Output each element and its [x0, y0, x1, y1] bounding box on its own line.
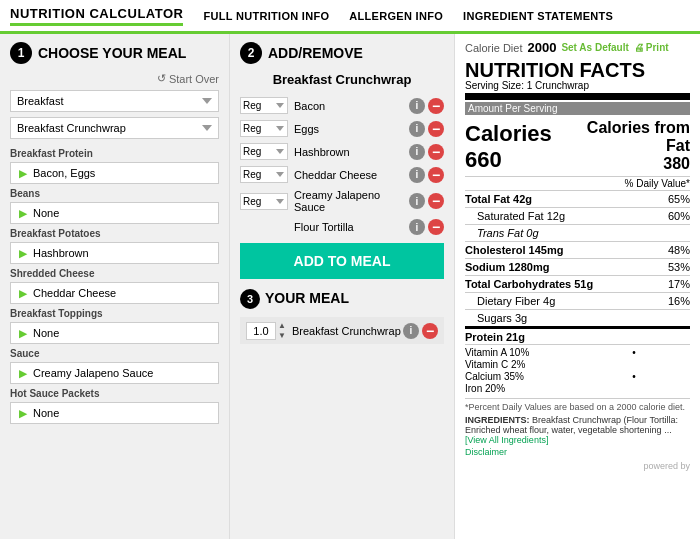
cheese-arrow-icon: ▶ [19, 288, 27, 299]
sodium-label: Sodium 1280mg [465, 261, 549, 273]
sodium-row: Sodium 1280mg 53% [465, 260, 690, 274]
jalapeno-remove-btn[interactable]: − [428, 193, 444, 209]
sodium-pct: 53% [668, 261, 690, 273]
start-over-btn[interactable]: ↺ Start Over [10, 72, 219, 85]
item-row-cheddar: Reg Cheddar Cheese i − [240, 166, 444, 183]
view-all-ingredients-link[interactable]: [View All Ingredients] [465, 435, 548, 445]
hashbrown-name: Hashbrown [294, 146, 409, 158]
calories-row: Calories 660 Calories from Fat 380 [465, 117, 690, 175]
jalapeno-size-select[interactable]: Reg [240, 193, 288, 210]
cholesterol-row: Cholesterol 145mg 48% [465, 243, 690, 257]
toppings-label: Breakfast Toppings [10, 308, 219, 319]
eggs-info-btn[interactable]: i [409, 121, 425, 137]
hashbrown-size-select[interactable]: Reg [240, 143, 288, 160]
hot-sauce-label: Hot Sauce Packets [10, 388, 219, 399]
sat-fat-row: Saturated Fat 12g 60% [465, 209, 690, 223]
qty-input[interactable] [246, 322, 276, 340]
med-divider [465, 326, 690, 329]
calorie-value[interactable]: 2000 [527, 40, 556, 55]
nav-ingredient[interactable]: INGREDIENT STATEMENTS [463, 10, 613, 22]
print-btn[interactable]: 🖨 Print [634, 42, 669, 53]
sugars-label: Sugars 3g [477, 312, 527, 324]
cheese-label: Shredded Cheese [10, 268, 219, 279]
hot-sauce-arrow-icon: ▶ [19, 408, 27, 419]
main-layout: 1 CHOOSE YOUR MEAL ↺ Start Over Breakfas… [0, 34, 700, 539]
sat-fat-pct: 60% [668, 210, 690, 222]
bacon-info-btn[interactable]: i [409, 98, 425, 114]
protein-row: Protein 21g [465, 330, 690, 344]
cholesterol-pct: 48% [668, 244, 690, 256]
item-row-bacon: Reg Bacon i − [240, 97, 444, 114]
trans-fat-row: Trans Fat 0g [465, 226, 690, 240]
tortilla-info-btn[interactable]: i [409, 219, 425, 235]
calorie-diet-label: Calorie Diet [465, 42, 522, 54]
add-remove-header: 2 ADD/REMOVE [240, 42, 444, 64]
hashbrown-remove-btn[interactable]: − [428, 144, 444, 160]
mid-meal-title: Breakfast Crunchwrap [240, 72, 444, 87]
sat-fat-label: Saturated Fat 12g [477, 210, 565, 222]
cheddar-size-select[interactable]: Reg [240, 166, 288, 183]
meal-item-select[interactable]: Breakfast Crunchwrap [10, 117, 219, 139]
calories-main: Calories 660 [465, 121, 575, 173]
potatoes-box: ▶ Hashbrown [10, 242, 219, 264]
trans-fat-label: Trans Fat 0g [477, 227, 539, 239]
mid-panel: 2 ADD/REMOVE Breakfast Crunchwrap Reg Ba… [230, 34, 455, 539]
eggs-size-select[interactable]: Reg [240, 120, 288, 137]
toppings-box: ▶ None [10, 322, 219, 344]
refresh-icon: ↺ [157, 72, 166, 85]
hot-sauce-box: ▶ None [10, 402, 219, 424]
cheddar-remove-btn[interactable]: − [428, 167, 444, 183]
protein-label: Breakfast Protein [10, 148, 219, 159]
your-meal-remove-btn[interactable]: − [422, 323, 438, 339]
total-fat-row: Total Fat 42g 65% [465, 192, 690, 206]
thin-divider-3 [465, 207, 690, 208]
your-meal-item-name: Breakfast Crunchwrap [292, 325, 403, 337]
cheddar-info-btn[interactable]: i [409, 167, 425, 183]
calcium-sep: • [578, 371, 690, 382]
set-default-btn[interactable]: Set As Default [561, 42, 628, 53]
total-fat-pct: 65% [668, 193, 690, 205]
nav-allergen[interactable]: ALLERGEN INFO [349, 10, 443, 22]
sauce-value: Creamy Jalapeno Sauce [33, 367, 153, 379]
potatoes-value: Hashbrown [33, 247, 89, 259]
eggs-remove-btn[interactable]: − [428, 121, 444, 137]
item-row-eggs: Reg Eggs i − [240, 120, 444, 137]
nutrition-facts-title: NUTRITION FACTS [465, 60, 690, 80]
potatoes-arrow-icon: ▶ [19, 248, 27, 259]
item-row-hashbrown: Reg Hashbrown i − [240, 143, 444, 160]
beans-box: ▶ None [10, 202, 219, 224]
fiber-label: Dietary Fiber 4g [477, 295, 555, 307]
hashbrown-info-btn[interactable]: i [409, 144, 425, 160]
protein-box: ▶ Bacon, Eggs [10, 162, 219, 184]
tortilla-remove-btn[interactable]: − [428, 219, 444, 235]
your-meal-info-btn[interactable]: i [403, 323, 419, 339]
qty-up-arrow[interactable]: ▲ [278, 321, 286, 331]
cal-from-fat-label: Calories from Fat [575, 119, 690, 155]
thin-divider-9 [465, 309, 690, 310]
powered-by: powered by [465, 461, 690, 471]
step-3-num: 3 [240, 289, 260, 309]
protein-value: Bacon, Eggs [33, 167, 95, 179]
brand-title: NUTRITION CALCULATOR [10, 6, 183, 26]
bacon-size-select[interactable]: Reg [240, 97, 288, 114]
vit-c-label: Vitamin C 2% [465, 359, 577, 370]
serving-size: Serving Size: 1 Crunchwrap [465, 80, 690, 91]
sugars-row: Sugars 3g [465, 311, 690, 325]
meal-type-select[interactable]: Breakfast [10, 90, 219, 112]
cheese-value: Cheddar Cheese [33, 287, 116, 299]
add-to-meal-button[interactable]: ADD TO MEAL [240, 243, 444, 279]
bacon-name: Bacon [294, 100, 409, 112]
disclaimer-link[interactable]: Disclaimer [465, 447, 690, 457]
fiber-pct: 16% [668, 295, 690, 307]
bacon-remove-btn[interactable]: − [428, 98, 444, 114]
fiber-row: Dietary Fiber 4g 16% [465, 294, 690, 308]
thin-divider-5 [465, 241, 690, 242]
ingredients-label: INGREDIENTS: [465, 415, 530, 425]
qty-arrows: ▲ ▼ [278, 321, 286, 340]
cal-from-fat-value: 380 [575, 155, 690, 173]
qty-down-arrow[interactable]: ▼ [278, 331, 286, 341]
thin-divider-4 [465, 224, 690, 225]
footnote: *Percent Daily Values are based on a 200… [465, 398, 690, 412]
jalapeno-info-btn[interactable]: i [409, 193, 425, 209]
nav-full-nutrition[interactable]: FULL NUTRITION INFO [203, 10, 329, 22]
